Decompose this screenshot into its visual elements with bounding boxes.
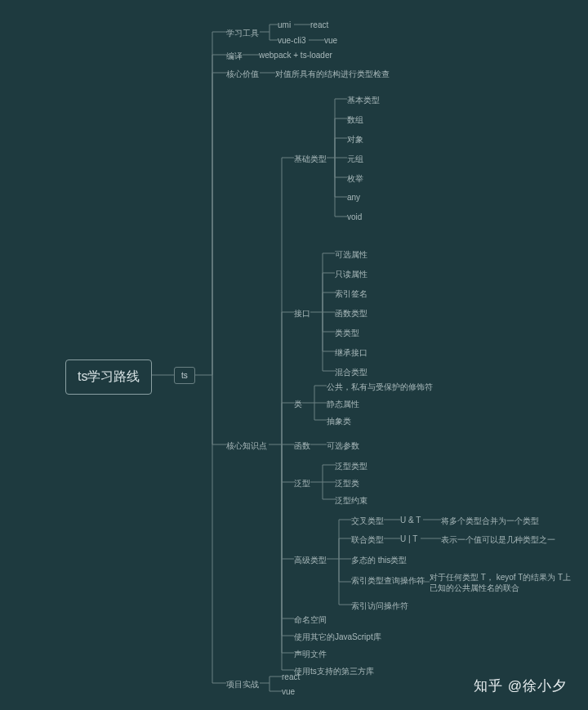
node-function[interactable]: 函数 (294, 440, 310, 452)
leaf-proj-1[interactable]: vue (282, 687, 295, 696)
root-node[interactable]: ts学习路线 (65, 359, 152, 395)
branch-project[interactable]: 项目实战 (226, 679, 259, 690)
leaf-adv-0-note: 将多个类型合并为一个类型 (441, 516, 539, 527)
leaf-basic-2[interactable]: 对象 (347, 134, 363, 145)
leaf-basic-1[interactable]: 数组 (347, 114, 363, 126)
leaf-iface-5[interactable]: 继承接口 (335, 347, 368, 359)
leaf-adv-0-sub[interactable]: U & T (400, 516, 421, 525)
leaf-func-0[interactable]: 可选参数 (327, 440, 359, 452)
leaf-adv-0[interactable]: 交叉类型 (351, 516, 384, 527)
leaf-gen-1[interactable]: 泛型类 (335, 478, 359, 489)
leaf-adv-4[interactable]: 索引访问操作符 (351, 601, 408, 612)
leaf-basic-5[interactable]: any (347, 193, 360, 202)
leaf-adv-3-note: 对于任何类型 T， keyof T的结果为 T上已知的公共属性名的联合 (430, 572, 577, 593)
node-class[interactable]: 类 (294, 399, 302, 410)
leaf-gen-0[interactable]: 泛型类型 (335, 461, 368, 472)
node-core-value-desc[interactable]: 对值所具有的结构进行类型检查 (275, 69, 390, 80)
leaf-proj-0[interactable]: react (282, 672, 300, 681)
leaf-adv-1[interactable]: 联合类型 (351, 534, 384, 546)
leaf-iface-4[interactable]: 类类型 (335, 328, 359, 339)
connector-lines (0, 0, 588, 710)
node-namespace[interactable]: 命名空间 (294, 614, 327, 626)
root-label: ts学习路线 (78, 369, 140, 383)
node-vuecli3-vue[interactable]: vue (324, 36, 337, 45)
node-other-js[interactable]: 使用其它的JavaScript库 (294, 632, 381, 643)
attribution: 知乎 @徐小夕 (474, 677, 567, 695)
node-third-party[interactable]: 使用ts支持的第三方库 (294, 666, 374, 677)
node-interface[interactable]: 接口 (294, 308, 310, 319)
leaf-class-2[interactable]: 抽象类 (327, 416, 351, 427)
leaf-iface-0[interactable]: 可选属性 (335, 249, 368, 261)
leaf-iface-6[interactable]: 混合类型 (335, 367, 368, 378)
node-vuecli3[interactable]: vue-cli3 (278, 36, 305, 45)
branch-core-knowledge[interactable]: 核心知识点 (226, 440, 267, 452)
node-basic-types[interactable]: 基础类型 (294, 154, 327, 165)
branch-compile[interactable]: 编译 (226, 51, 243, 62)
node-umi[interactable]: umi (278, 20, 291, 29)
leaf-class-1[interactable]: 静态属性 (327, 399, 359, 410)
leaf-adv-1-note: 表示一个值可以是几种类型之一 (441, 534, 555, 546)
leaf-basic-3[interactable]: 元组 (347, 154, 363, 165)
sub-root-label: ts (181, 371, 188, 380)
leaf-iface-2[interactable]: 索引签名 (335, 288, 368, 300)
leaf-iface-1[interactable]: 只读属性 (335, 269, 368, 280)
leaf-gen-2[interactable]: 泛型约束 (335, 495, 368, 507)
node-advanced-types[interactable]: 高级类型 (294, 555, 327, 566)
branch-study-tools[interactable]: 学习工具 (226, 28, 259, 39)
leaf-basic-4[interactable]: 枚举 (347, 173, 363, 185)
leaf-adv-3[interactable]: 索引类型查询操作符 (351, 575, 425, 587)
leaf-basic-6[interactable]: void (347, 212, 362, 221)
leaf-basic-0[interactable]: 基本类型 (347, 95, 380, 106)
leaf-class-0[interactable]: 公共，私有与受保护的修饰符 (327, 382, 433, 393)
leaf-iface-3[interactable]: 函数类型 (335, 308, 368, 319)
node-generics[interactable]: 泛型 (294, 478, 310, 489)
branch-core-value[interactable]: 核心价值 (226, 69, 259, 80)
node-webpack[interactable]: webpack + ts-loader (259, 51, 332, 60)
node-declaration[interactable]: 声明文件 (294, 649, 327, 660)
sub-root-node[interactable]: ts (174, 367, 195, 384)
node-umi-react[interactable]: react (310, 20, 328, 29)
leaf-adv-2[interactable]: 多态的 this类型 (351, 555, 407, 566)
leaf-adv-1-sub[interactable]: U | T (400, 534, 417, 543)
